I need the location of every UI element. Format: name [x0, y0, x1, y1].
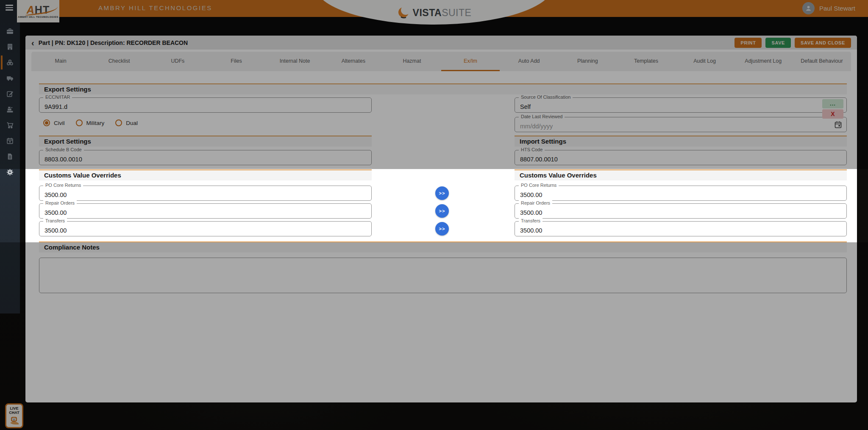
customs-overrides-right-header: Customs Value Overrides: [515, 169, 847, 180]
dim-overlay-top: [0, 0, 868, 169]
po-core-returns-left-label: PO Core Returns: [43, 183, 83, 188]
copy-transfers-button[interactable]: >>: [435, 222, 449, 236]
repair-orders-left-label: Repair Orders: [43, 200, 77, 205]
po-core-returns-right-field[interactable]: PO Core Returns: [515, 186, 847, 201]
transfers-right-label: Transfers: [519, 218, 542, 223]
po-core-returns-left-input[interactable]: [39, 186, 371, 200]
po-core-returns-right-label: PO Core Returns: [519, 183, 559, 188]
copy-repair-orders-button[interactable]: >>: [435, 204, 449, 218]
copy-po-core-returns-button[interactable]: >>: [435, 186, 449, 200]
repair-orders-right-field[interactable]: Repair Orders: [515, 203, 847, 219]
transfers-right-input[interactable]: [515, 222, 846, 236]
transfers-right-field[interactable]: Transfers: [515, 221, 847, 236]
transfers-left-label: Transfers: [43, 218, 67, 223]
po-core-returns-right-input[interactable]: [515, 186, 846, 200]
dim-overlay-bottom: [0, 242, 868, 430]
po-core-returns-left-field[interactable]: PO Core Returns: [39, 186, 372, 201]
repair-orders-left-input[interactable]: [39, 204, 371, 218]
gear-icon: [6, 169, 14, 176]
customs-overrides-left-header: Customs Value Overrides: [39, 169, 372, 180]
repair-orders-right-input[interactable]: [515, 204, 846, 218]
repair-orders-left-field[interactable]: Repair Orders: [39, 203, 372, 219]
transfers-left-input[interactable]: [39, 222, 371, 236]
repair-orders-right-label: Repair Orders: [519, 200, 552, 205]
transfers-left-field[interactable]: Transfers: [39, 221, 372, 236]
